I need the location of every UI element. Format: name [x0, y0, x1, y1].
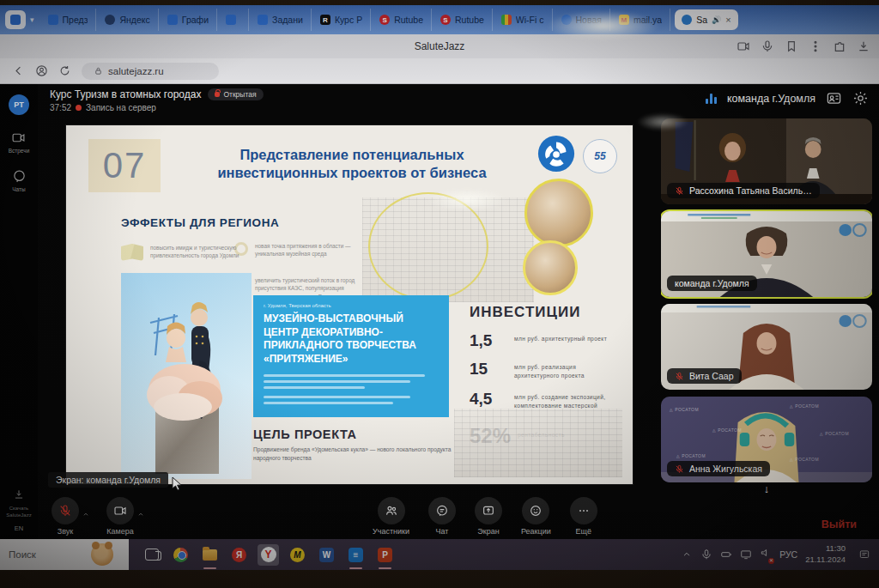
- browser-tab[interactable]: Задани: [250, 9, 312, 31]
- mic-muted-icon: [675, 372, 684, 381]
- folder-icon: [203, 549, 217, 561]
- tray-network-icon[interactable]: [740, 549, 752, 561]
- word-button[interactable]: W: [316, 544, 337, 566]
- more-button[interactable]: Ещё: [570, 497, 597, 536]
- leave-button[interactable]: Выйти: [821, 518, 857, 530]
- participants-panel-icon[interactable]: [826, 90, 842, 106]
- yandex-browser-button[interactable]: Y: [258, 544, 279, 566]
- reload-icon[interactable]: [58, 64, 71, 77]
- profile-icon[interactable]: [35, 64, 48, 77]
- market-app-button[interactable]: M: [287, 544, 308, 566]
- yandex-app-button[interactable]: Я: [228, 544, 250, 566]
- chevron-up-icon[interactable]: [136, 506, 145, 515]
- language-indicator[interactable]: РУС: [779, 549, 797, 560]
- browser-tab[interactable]: RКурс Р: [312, 9, 371, 31]
- word-icon: W: [319, 548, 334, 562]
- sidebar-item-chats[interactable]: Чаты: [12, 169, 27, 192]
- download-icon[interactable]: [13, 488, 25, 500]
- mic-permission-icon[interactable]: [761, 39, 774, 53]
- browser-tab[interactable]: SRutube: [433, 9, 493, 31]
- browser-tab[interactable]: Mmail.ya: [611, 9, 670, 31]
- participants-panel: Рассохина Татьяна Василь…: [661, 117, 872, 493]
- taskbar-clock[interactable]: 11:30 21.11.2024: [805, 543, 846, 566]
- browser-logo-icon: [10, 15, 21, 25]
- tray-expand-icon[interactable]: [681, 549, 693, 561]
- goal-text: Продвижение бренда «Удомельская кукла» —…: [253, 446, 452, 463]
- participant-tile[interactable]: Рассохина Татьяна Василь…: [661, 118, 872, 204]
- participant-tile[interactable]: РОСАТОМ РОСАТОМ РОСАТОМ РОСАТОМ РОСАТОМ …: [661, 397, 872, 482]
- browser-sidebar-button[interactable]: [5, 10, 26, 29]
- effects-heading: ЭФФЕКТЫ ДЛЯ РЕГИОНА: [121, 216, 279, 229]
- url-text: salutejazz.ru: [108, 66, 164, 76]
- settings-gear-icon[interactable]: [852, 90, 869, 106]
- sidebar-item-meetings[interactable]: Встречи: [9, 130, 30, 154]
- browser-tab[interactable]: SRutube: [372, 9, 432, 31]
- browser-tab[interactable]: Предз: [40, 9, 97, 31]
- tab-favicon: [226, 15, 236, 25]
- browser-tab[interactable]: Графи: [160, 9, 217, 31]
- mail-app-button[interactable]: ≡: [345, 544, 367, 566]
- tab-label: Rutube: [455, 15, 484, 25]
- downloads-icon[interactable]: [857, 39, 870, 53]
- tab-label: Предз: [63, 15, 88, 25]
- bookmark-icon[interactable]: [785, 39, 798, 53]
- tab-label: Новая: [576, 15, 602, 25]
- tab-favicon: [167, 15, 178, 25]
- explorer-button[interactable]: [199, 544, 221, 566]
- tab-close-icon[interactable]: ×: [725, 15, 730, 25]
- meeting-visibility-badge: Открытая: [208, 88, 263, 100]
- photo-circle: [524, 179, 593, 247]
- sidebar-item-label: Чаты: [12, 186, 25, 192]
- tab-label: Задани: [272, 15, 303, 25]
- rosatom-logo: [536, 134, 576, 173]
- screen-share-stage: 07 Представление потенциальных инвестици…: [45, 117, 654, 493]
- extensions-icon[interactable]: [833, 39, 846, 53]
- book-icon: [121, 244, 143, 261]
- browser-tab-active[interactable]: Sa 🔊 ×: [675, 9, 738, 30]
- goal-heading: ЦЕЛЬ ПРОЕКТА: [253, 427, 452, 441]
- taskbar-search[interactable]: Поиск: [0, 539, 129, 570]
- chat-icon: [435, 504, 449, 518]
- camera-permission-icon[interactable]: [737, 39, 750, 53]
- browser-tab[interactable]: Яндекс: [97, 9, 158, 31]
- camera-button[interactable]: Камера: [106, 497, 134, 536]
- chat-button[interactable]: Чат: [428, 497, 456, 536]
- language-indicator[interactable]: EN: [15, 524, 23, 532]
- browser-tab[interactable]: [218, 9, 249, 31]
- participant-tile[interactable]: Вита Саар: [661, 304, 872, 390]
- mic-muted-icon: [58, 504, 72, 518]
- browser-tab[interactable]: Wi-Fi с: [494, 9, 553, 31]
- tray-mic-icon[interactable]: [700, 549, 712, 561]
- chevron-up-icon[interactable]: [82, 506, 90, 515]
- tray-battery-icon[interactable]: [720, 549, 732, 561]
- speaking-indicator-icon: [706, 94, 717, 104]
- back-icon[interactable]: [12, 64, 25, 77]
- chrome-button[interactable]: [170, 544, 191, 566]
- notifications-icon[interactable]: [858, 549, 870, 561]
- address-bar[interactable]: salutejazz.ru: [82, 63, 219, 80]
- fine-print-placeholder: [264, 374, 439, 404]
- mic-muted-icon: [675, 464, 684, 474]
- slide-title: Представление потенциальных инвестиционн…: [185, 146, 519, 183]
- participants-button[interactable]: Участники: [373, 497, 409, 536]
- screen-share-button[interactable]: Экран: [475, 497, 502, 536]
- scroll-down-arrow-icon[interactable]: ↓: [661, 486, 872, 493]
- download-app-label[interactable]: Скачать SaluteJazz: [3, 506, 35, 519]
- market-icon: M: [290, 548, 305, 562]
- mail-app-icon: ≡: [349, 548, 363, 562]
- mouse-cursor: [172, 476, 183, 491]
- search-placeholder: Поиск: [9, 549, 36, 560]
- avatar[interactable]: РТ: [9, 94, 29, 115]
- reactions-button[interactable]: Реакции: [521, 497, 551, 536]
- audio-button[interactable]: Звук: [52, 497, 79, 536]
- monitor-screen: ▾ Предз Яндекс Графи Задани RКурс Р SRut…: [0, 5, 879, 570]
- tray-volume-muted-icon[interactable]: ✕: [760, 547, 772, 562]
- browser-tab[interactable]: Новая: [554, 9, 610, 31]
- tab-audio-icon[interactable]: 🔊: [712, 15, 721, 24]
- menu-kebab-icon[interactable]: [809, 39, 822, 53]
- screen-share-label: Экран: команда г.Удомля: [48, 472, 168, 488]
- participant-tile-active[interactable]: команда г.Удомля: [661, 211, 872, 297]
- task-view-button[interactable]: [141, 544, 162, 566]
- chevron-down-icon[interactable]: ▾: [30, 15, 34, 24]
- powerpoint-button[interactable]: P: [374, 544, 396, 566]
